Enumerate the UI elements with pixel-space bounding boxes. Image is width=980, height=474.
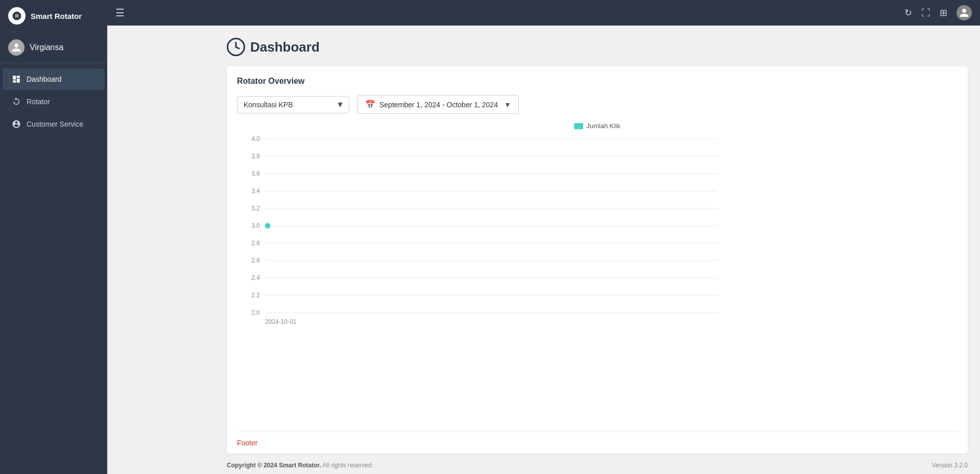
svg-text:4.0: 4.0 [251, 135, 260, 143]
filters-row: Konsultasi KPBOption 2 ▼ 📅 September 1, … [237, 95, 958, 114]
customer-service-nav-icon [11, 119, 21, 129]
sidebar-user: Virgiansa [0, 32, 107, 63]
avatar [8, 39, 25, 56]
sidebar-item-rotator[interactable]: Rotator [3, 91, 104, 112]
card-footer: Footer [237, 432, 958, 454]
sidebar-item-dashboard-label: Dashboard [27, 75, 62, 83]
sidebar-item-rotator-label: Rotator [27, 98, 50, 106]
overview-card: Rotator Overview Konsultasi KPBOption 2 … [227, 66, 968, 454]
sidebar-item-customer-service[interactable]: Customer Service [3, 113, 104, 135]
app-logo [8, 7, 26, 25]
dashboard-page-icon [227, 38, 245, 56]
svg-text:2.0: 2.0 [251, 309, 260, 316]
legend-label: Jumlah Klik [586, 122, 620, 130]
sidebar-item-dashboard[interactable]: Dashboard [3, 68, 104, 90]
page-header: Dashboard [227, 38, 968, 56]
svg-text:3.0: 3.0 [251, 222, 260, 229]
svg-text:3.4: 3.4 [251, 187, 260, 195]
rotator-nav-icon [11, 97, 21, 107]
date-caret-icon: ▼ [504, 101, 511, 109]
main-content: Dashboard Rotator Overview Konsultasi KP… [214, 26, 980, 474]
svg-text:3.8: 3.8 [251, 153, 260, 160]
svg-text:2.8: 2.8 [251, 240, 260, 247]
grid-icon[interactable]: ⊞ [940, 7, 947, 18]
page-footer: Copyright © 2024 Smart Rotator. All righ… [227, 454, 968, 474]
data-point [265, 223, 270, 228]
fullscreen-icon[interactable]: ⛶ [921, 8, 930, 18]
konsultasi-dropdown[interactable]: Konsultasi KPBOption 2 [237, 96, 349, 113]
version-text: Version 3.2.0 [932, 462, 968, 469]
user-name: Virgiansa [30, 43, 63, 52]
sidebar-header: Smart Rotator [0, 0, 107, 32]
date-range-text: September 1, 2024 - October 1, 2024 [379, 101, 498, 109]
sidebar: Smart Rotator Virgiansa Dashboard Rotato… [0, 0, 107, 474]
line-chart: 4.0 3.8 3.6 3.4 3.2 3.0 2.8 2.6 [237, 134, 958, 328]
rights-text: All rights reserved. [323, 462, 373, 469]
copyright-text: Copyright © 2024 Smart Rotator. All righ… [227, 462, 373, 469]
chart-legend: Jumlah Klik [237, 122, 958, 130]
footer-link[interactable]: Footer [237, 439, 257, 447]
svg-text:2.2: 2.2 [251, 292, 260, 299]
sidebar-item-customer-service-label: Customer Service [27, 120, 83, 128]
page-title: Dashboard [250, 39, 320, 55]
svg-text:3.2: 3.2 [251, 205, 260, 212]
chart-area: Jumlah Klik 4.0 3.8 3.6 3.4 [237, 122, 958, 425]
topbar-user-avatar[interactable] [957, 5, 972, 20]
legend-color-swatch [574, 123, 583, 129]
dashboard-nav-icon [11, 74, 21, 84]
card-title: Rotator Overview [237, 77, 958, 86]
copyright-brand: Copyright © 2024 Smart Rotator. [227, 462, 321, 469]
svg-text:2.6: 2.6 [251, 257, 260, 264]
topbar: ☰ ↻ ⛶ ⊞ [107, 0, 980, 26]
dropdown-wrapper: Konsultasi KPBOption 2 ▼ [237, 96, 349, 113]
chart-svg-wrapper: 4.0 3.8 3.6 3.4 3.2 3.0 2.8 2.6 [237, 134, 958, 328]
hamburger-button[interactable]: ☰ [115, 7, 125, 19]
svg-text:2.4: 2.4 [251, 274, 260, 281]
svg-text:3.6: 3.6 [251, 170, 260, 177]
app-name: Smart Rotator [31, 12, 82, 20]
calendar-icon: 📅 [365, 100, 375, 109]
sidebar-nav: Dashboard Rotator Customer Service [0, 63, 107, 474]
refresh-icon[interactable]: ↻ [904, 7, 912, 18]
svg-text:2024-10-01: 2024-10-01 [265, 318, 297, 325]
date-range-picker[interactable]: 📅 September 1, 2024 - October 1, 2024 ▼ [357, 95, 519, 114]
topbar-icons: ↻ ⛶ ⊞ [904, 5, 972, 20]
